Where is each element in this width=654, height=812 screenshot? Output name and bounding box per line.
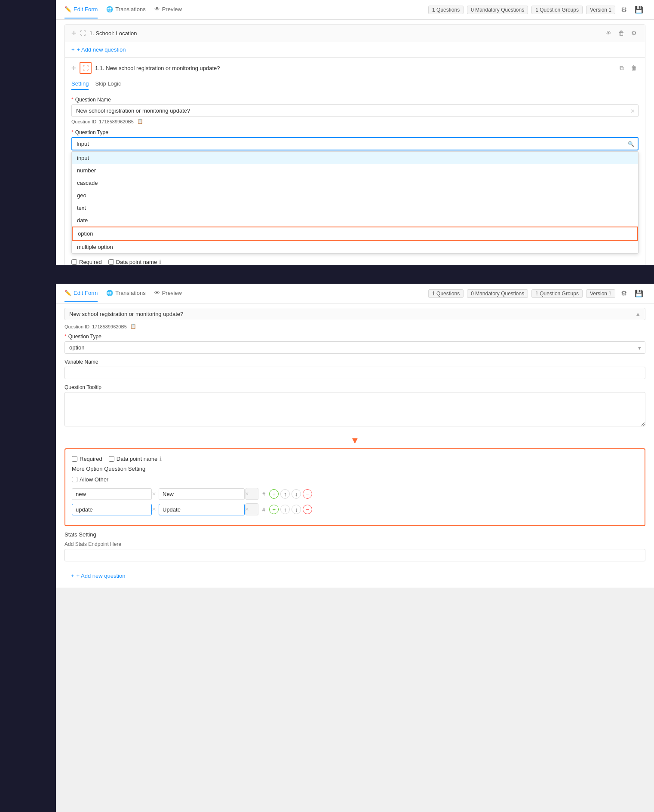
copy-id-icon-top[interactable]: 📋 bbox=[137, 119, 143, 124]
stats-endpoint-input-bottom[interactable] bbox=[64, 549, 645, 561]
option-add-btn-new[interactable]: + bbox=[269, 489, 279, 499]
option-key-clear-btn-new[interactable]: ✕ bbox=[152, 491, 156, 497]
dropdown-item-input-top[interactable]: input bbox=[72, 152, 638, 164]
tab-translations-top[interactable]: 🌐 Translations bbox=[106, 1, 145, 18]
copy-id-icon-bottom[interactable]: 📋 bbox=[130, 324, 136, 329]
required-checkbox-bottom[interactable] bbox=[72, 456, 77, 462]
save-icon-btn-bottom[interactable]: 💾 bbox=[633, 288, 645, 298]
stats-setting-title-bottom: Stats Setting bbox=[64, 531, 645, 538]
question-type-search-input-top[interactable] bbox=[71, 137, 639, 150]
nav-badges-bottom: 1 Questions 0 Mandatory Questions 1 Ques… bbox=[428, 288, 645, 298]
data-point-name-checkbox-bottom[interactable] bbox=[109, 456, 114, 462]
add-question-bar-bottom[interactable]: + + Add new question bbox=[64, 568, 645, 583]
dropdown-item-multiple-option-top[interactable]: multiple option bbox=[72, 241, 638, 253]
question-id-row-top: Question ID: 17185899620B5 📋 bbox=[71, 119, 639, 124]
question-type-select-wrapper-bottom: option bbox=[64, 341, 645, 354]
nav-badges-top: 1 Questions 0 Mandatory Questions 1 Ques… bbox=[428, 5, 645, 15]
option-value-input-new[interactable] bbox=[159, 488, 245, 500]
settings-icon-btn-top[interactable]: ⚙ bbox=[619, 5, 629, 15]
option-remove-btn-new[interactable]: − bbox=[303, 489, 312, 499]
dropdown-item-cascade-top[interactable]: cascade bbox=[72, 177, 638, 189]
tab-preview-bottom[interactable]: 👁 Preview bbox=[154, 285, 182, 302]
copy-question-btn-top[interactable]: ⧉ bbox=[618, 64, 626, 73]
option-key-clear-btn-update[interactable]: ✕ bbox=[152, 506, 156, 512]
preview-icon-top: 👁 bbox=[154, 6, 160, 12]
option-key-input-update[interactable] bbox=[72, 504, 152, 515]
sidebar bbox=[0, 0, 56, 588]
variable-name-input-bottom[interactable] bbox=[64, 367, 645, 379]
option-action-btns-new: + ↑ ↓ − bbox=[269, 489, 312, 499]
drag-handle-section-top[interactable]: ✛ bbox=[71, 30, 77, 37]
search-icon-in-dropdown-top: 🔍 bbox=[628, 141, 634, 147]
section-header-top: ✛ ⛶ 1. School: Location 👁 🗑 ⚙ bbox=[65, 25, 645, 42]
dropdown-item-text-top[interactable]: text bbox=[72, 202, 638, 214]
tab-preview-top[interactable]: 👁 Preview bbox=[154, 1, 182, 18]
question-header-left-top: ✛ ⛶ 1.1. New school registration or moni… bbox=[71, 62, 220, 74]
form-group-question-name-top: * Question Name ✕ Question ID: 171858996… bbox=[71, 97, 639, 124]
dropdown-item-date-top[interactable]: date bbox=[72, 214, 638, 227]
dropdown-item-geo-top[interactable]: geo bbox=[72, 189, 638, 202]
data-point-name-label-top[interactable]: Data point name ℹ bbox=[108, 259, 161, 265]
tab-translations-bottom[interactable]: 🌐 Translations bbox=[106, 285, 145, 302]
question-type-label-bottom: * Question Type bbox=[64, 334, 645, 340]
q-tab-skip-logic-top[interactable]: Skip Logic bbox=[95, 78, 121, 90]
option-up-btn-new[interactable]: ↑ bbox=[280, 489, 290, 499]
nav-tabs-left-bottom: ✏️ Edit Form 🌐 Translations 👁 Preview bbox=[64, 285, 182, 302]
top-section: ✏️ Edit Form 🌐 Translations 👁 Preview 1 … bbox=[56, 0, 654, 267]
option-value-input-update[interactable] bbox=[159, 504, 245, 515]
option-down-btn-new[interactable]: ↓ bbox=[292, 489, 301, 499]
bottom-question-id-row: Question ID: 17185899620B5 📋 bbox=[64, 324, 645, 329]
visibility-icon-btn-top[interactable]: 👁 bbox=[604, 29, 613, 37]
more-option-setting-label: More Option Question Setting bbox=[72, 466, 638, 472]
question-type-select-bottom[interactable]: option bbox=[64, 341, 645, 354]
dark-divider bbox=[56, 267, 654, 284]
question-name-label-top: * Question Name bbox=[71, 97, 639, 103]
dropdown-item-option-top[interactable]: option bbox=[72, 227, 638, 241]
add-question-plus-top: + bbox=[71, 46, 75, 53]
stats-section-bottom: Stats Setting Add Stats Endpoint Here bbox=[64, 531, 645, 568]
edit-icon-top: ✏️ bbox=[64, 6, 71, 12]
delete-section-btn-top[interactable]: 🗑 bbox=[617, 29, 626, 37]
allow-other-checkbox[interactable] bbox=[72, 477, 77, 482]
edit-icon-bottom: ✏️ bbox=[64, 290, 71, 296]
add-stats-endpoint-label-bottom: Add Stats Endpoint Here bbox=[64, 541, 645, 547]
checkbox-row-bottom: Required Data point name ℹ bbox=[72, 456, 638, 462]
form-group-tooltip-bottom: Question Tooltip bbox=[64, 384, 645, 428]
q-tab-setting-top[interactable]: Setting bbox=[71, 78, 89, 90]
data-point-name-label-bottom[interactable]: Data point name ℹ bbox=[109, 456, 162, 462]
settings-icon-btn-bottom[interactable]: ⚙ bbox=[619, 288, 629, 298]
option-key-input-new[interactable] bbox=[72, 488, 152, 500]
collapse-btn-bottom[interactable]: ▲ bbox=[635, 311, 641, 317]
form-group-question-type-bottom: * Question Type option bbox=[64, 334, 645, 354]
delete-question-btn-top[interactable]: 🗑 bbox=[629, 64, 639, 73]
question-name-input-top[interactable] bbox=[71, 104, 639, 117]
option-action-btns-update: + ↑ ↓ − bbox=[269, 505, 312, 514]
data-point-name-checkbox-top[interactable] bbox=[108, 259, 114, 265]
option-up-btn-update[interactable]: ↑ bbox=[280, 505, 290, 514]
drag-handle-question-top[interactable]: ✛ bbox=[71, 65, 76, 71]
add-question-bar-top[interactable]: + + Add new question bbox=[65, 42, 645, 57]
dropdown-item-number-top[interactable]: number bbox=[72, 164, 638, 177]
tab-edit-form-bottom[interactable]: ✏️ Edit Form bbox=[64, 285, 98, 302]
variable-name-label-bottom: Variable Name bbox=[64, 359, 645, 365]
required-checkbox-top[interactable] bbox=[71, 259, 77, 265]
translations-icon-bottom: 🌐 bbox=[106, 290, 113, 296]
required-checkbox-label-top[interactable]: Required bbox=[71, 259, 102, 265]
settings-section-btn-top[interactable]: ⚙ bbox=[629, 29, 639, 37]
option-value-clear-btn-update[interactable]: ✕ bbox=[245, 506, 249, 512]
save-icon-btn-top[interactable]: 💾 bbox=[633, 5, 645, 15]
option-value-clear-btn-new[interactable]: ✕ bbox=[245, 491, 249, 497]
required-checkbox-label-bottom[interactable]: Required bbox=[72, 456, 102, 462]
clear-name-icon-top[interactable]: ✕ bbox=[630, 107, 635, 114]
tab-edit-form-top[interactable]: ✏️ Edit Form bbox=[64, 1, 98, 18]
dropdown-list-top: input number cascade geo text date optio… bbox=[71, 151, 639, 254]
option-down-btn-update[interactable]: ↓ bbox=[292, 505, 301, 514]
arrow-down-icon: ▼ bbox=[350, 435, 360, 446]
option-row-update: ✕ ✕ # + ↑ ↓ − bbox=[72, 503, 638, 515]
option-remove-btn-update[interactable]: − bbox=[303, 505, 312, 514]
badge-version-bottom: Version 1 bbox=[586, 289, 615, 298]
question-tooltip-textarea-bottom[interactable] bbox=[64, 392, 645, 426]
option-add-btn-update[interactable]: + bbox=[269, 505, 279, 514]
translations-icon-top: 🌐 bbox=[106, 6, 113, 12]
question-name-input-wrapper-top: ✕ bbox=[71, 104, 639, 117]
